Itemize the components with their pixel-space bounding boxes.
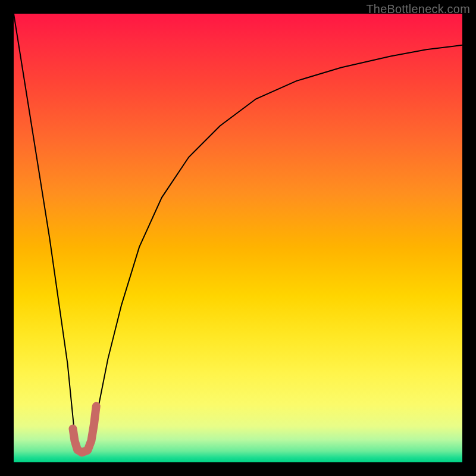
series-descent xyxy=(14,14,77,453)
chart-frame: TheBottleneck.com xyxy=(0,0,476,476)
series-curve xyxy=(92,45,462,440)
chart-svg xyxy=(14,14,462,462)
series-J-stroke xyxy=(73,406,96,453)
watermark-text: TheBottleneck.com xyxy=(366,2,470,16)
